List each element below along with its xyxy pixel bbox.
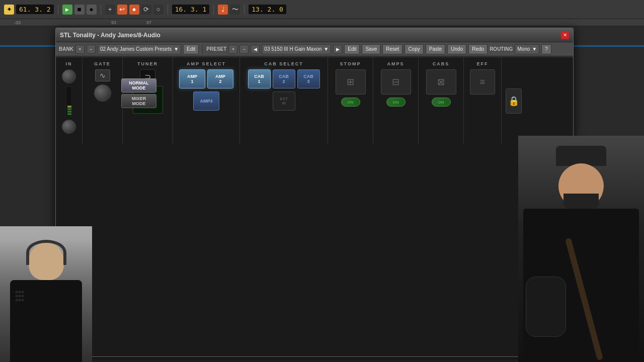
cabs-icon: ⊠ bbox=[437, 76, 445, 87]
preset-prev-btn[interactable]: ◀ bbox=[251, 45, 260, 54]
amp-button-grid: AMP 1 AMP 2 bbox=[179, 69, 233, 88]
cycle-btn[interactable]: ⟳ bbox=[141, 5, 151, 15]
routing-dropdown[interactable]: Mono ▼ bbox=[515, 44, 539, 54]
bank-prev-btn2[interactable]: − bbox=[87, 45, 96, 54]
daw-topbar: ✦ 61. 3. 2 ▶ ■ ● + ↩ ● ⟳ ○ 16. 3. 1 ♩ 〜 … bbox=[0, 0, 644, 19]
preset-dropdown[interactable]: 03 5150 III H Gain Maxon ▼ bbox=[262, 44, 331, 54]
metronome-btn[interactable]: ♩ bbox=[218, 5, 228, 15]
cabs-label: CABS bbox=[433, 61, 450, 66]
amps-section: AMPS ⊟ ON bbox=[373, 57, 419, 144]
lock-button[interactable]: 🔒 bbox=[506, 88, 522, 114]
input-knob2[interactable] bbox=[62, 120, 76, 134]
input-knob[interactable] bbox=[62, 69, 76, 83]
punch-btn[interactable]: ● bbox=[129, 5, 139, 15]
sep4 bbox=[213, 5, 214, 15]
amps-label: AMPS bbox=[387, 61, 404, 66]
in-section: IN bbox=[56, 57, 83, 144]
cab-2-button[interactable]: CAB 2 bbox=[273, 69, 295, 88]
save-btn[interactable]: Save bbox=[362, 44, 380, 54]
guitarist-background bbox=[518, 136, 644, 362]
record-button[interactable]: ● bbox=[87, 5, 97, 15]
amp-1-button[interactable]: AMP 1 bbox=[179, 69, 205, 88]
routing-label: ROUTING bbox=[490, 46, 513, 52]
redo-btn[interactable]: Redo bbox=[468, 44, 488, 54]
edit-preset-btn[interactable]: Edit bbox=[344, 44, 360, 54]
preset-dropdown-arrow: ▼ bbox=[324, 46, 329, 52]
paste-btn[interactable]: Paste bbox=[426, 44, 446, 54]
normal-mode-label: NORMALMODE bbox=[129, 80, 149, 90]
daw-time-display2: 16. 3. 1 bbox=[172, 5, 210, 14]
eff-icon: ≡ bbox=[480, 77, 486, 87]
play-button[interactable]: ▶ bbox=[62, 5, 72, 15]
amp-select-section: AMP SELECT AMP 1 AMP 2 AMP 3 bbox=[173, 57, 240, 144]
bank-prev-btn[interactable]: + bbox=[75, 45, 85, 54]
bank-dropdown-arrow: ▼ bbox=[174, 46, 179, 52]
ext-ir-button[interactable]: EXT IR bbox=[273, 92, 295, 111]
preset-minus-btn[interactable]: − bbox=[239, 45, 249, 54]
sep5 bbox=[244, 5, 245, 15]
loop-btn[interactable]: ↩ bbox=[117, 5, 127, 15]
in-label: IN bbox=[66, 61, 72, 66]
wave-btn[interactable]: 〜 bbox=[230, 5, 240, 15]
edit-bank-btn[interactable]: Edit bbox=[183, 44, 199, 54]
daw-menu-btn[interactable]: ✦ bbox=[4, 5, 14, 15]
sep3 bbox=[168, 5, 168, 15]
cabs-on-toggle[interactable]: ON bbox=[432, 98, 451, 107]
daw-time-display3: 13. 2. 0 bbox=[249, 5, 286, 14]
amps-btn[interactable]: ⊟ bbox=[381, 69, 411, 95]
bank-label: BANK bbox=[59, 46, 73, 52]
help-btn[interactable]: ? bbox=[541, 44, 551, 54]
meter-bar-1 bbox=[67, 113, 71, 115]
cabs-btn[interactable]: ⊠ bbox=[426, 69, 456, 95]
ruler-mark: 93 bbox=[111, 20, 116, 25]
plugin-title: STL Tonality - Andy James/8-Audio bbox=[60, 32, 561, 39]
copy-btn[interactable]: Copy bbox=[405, 44, 423, 54]
mixer-mode-label: MIXERMODE bbox=[132, 96, 146, 106]
daw-time-display: 61. 3. 2 bbox=[16, 5, 54, 14]
mode-buttons: NORMALMODE MIXERMODE bbox=[121, 78, 156, 108]
stop-button[interactable]: ■ bbox=[74, 5, 85, 15]
amp-2-button[interactable]: AMP 2 bbox=[207, 69, 233, 88]
cab-1-button[interactable]: CAB 1 bbox=[248, 69, 271, 88]
amp-select-label: AMP SELECT bbox=[187, 61, 226, 66]
gate-waveform-btn[interactable]: ∿ bbox=[95, 69, 110, 81]
click-btn[interactable]: ○ bbox=[153, 5, 164, 15]
eff-section: EFF ≡ bbox=[464, 57, 502, 144]
ruler-mark: -33 bbox=[14, 20, 21, 25]
meter-bar-4 bbox=[67, 106, 71, 108]
preset-add-btn[interactable]: + bbox=[228, 45, 237, 54]
undo-btn[interactable]: Undo bbox=[447, 44, 466, 54]
plugin-window: STL Tonality - Andy James/8-Audio ✕ BANK… bbox=[55, 28, 574, 357]
plugin-titlebar: STL Tonality - Andy James/8-Audio ✕ bbox=[56, 28, 573, 42]
routing-value: Mono bbox=[517, 46, 530, 52]
cab-3-button[interactable]: CAB 3 bbox=[297, 69, 320, 88]
stomp-icon: ⊞ bbox=[347, 76, 354, 87]
amps-icon: ⊟ bbox=[392, 76, 399, 87]
stomp-btn[interactable]: ⊞ bbox=[336, 69, 366, 95]
plugin-toolbar: BANK + − 02 Andy James Custom Presets ▼ … bbox=[56, 42, 573, 56]
daw-ruler: -33 93 97 bbox=[0, 19, 644, 26]
mixer-mode-btn[interactable]: MIXERMODE bbox=[121, 94, 156, 108]
preset-next-btn[interactable]: ▶ bbox=[333, 45, 342, 54]
cab-select-label: CAB SELECT bbox=[264, 61, 303, 66]
cab-select-section: CAB SELECT CAB 1 CAB 2 CAB 3 EXT IR bbox=[240, 57, 328, 144]
amps-on-toggle[interactable]: ON bbox=[386, 98, 406, 107]
webcam-right bbox=[518, 136, 644, 362]
normal-mode-btn[interactable]: NORMALMODE bbox=[121, 78, 156, 93]
close-button[interactable]: ✕ bbox=[561, 31, 569, 39]
eff-btn[interactable]: ≡ bbox=[470, 69, 495, 95]
bank-name: 02 Andy James Custom Presets bbox=[100, 46, 172, 52]
sep2 bbox=[101, 5, 101, 15]
gate-section: GATE ∿ bbox=[83, 57, 123, 144]
gate-knob[interactable] bbox=[94, 84, 111, 102]
amp-3-button[interactable]: AMP 3 bbox=[193, 92, 219, 111]
add-track-btn[interactable]: + bbox=[105, 5, 115, 15]
eff-label: EFF bbox=[477, 61, 489, 66]
reset-btn[interactable]: Reset bbox=[382, 44, 403, 54]
sep bbox=[202, 45, 203, 54]
preset-label: PRESET bbox=[206, 46, 226, 52]
meter-bar-3 bbox=[67, 108, 71, 110]
stomp-on-toggle[interactable]: ON bbox=[341, 98, 360, 107]
bank-dropdown[interactable]: 02 Andy James Custom Presets ▼ bbox=[98, 44, 181, 54]
transport-controls: ✦ 61. 3. 2 ▶ ■ ● + ↩ ● ⟳ ○ 16. 3. 1 ♩ 〜 … bbox=[4, 5, 286, 15]
